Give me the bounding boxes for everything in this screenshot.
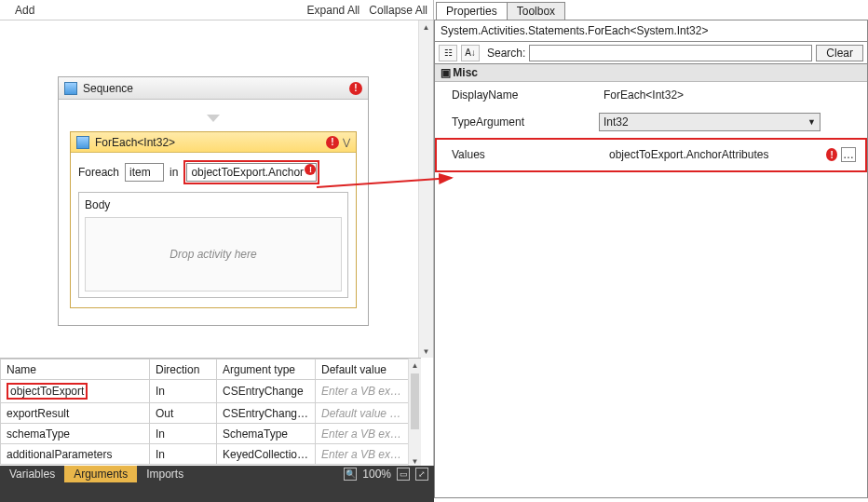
values-highlight: Values ! … [435, 138, 867, 172]
selected-type-label: System.Activities.Statements.ForEach<Sys… [435, 20, 867, 42]
table-row[interactable]: schemaTypeInSchemaTypeEnter a VB express [1, 424, 409, 444]
col-direction[interactable]: Direction [150, 360, 217, 380]
table-row[interactable]: objectToExportInCSEntryChangeEnter a VB … [1, 380, 409, 403]
tab-arguments[interactable]: Arguments [64, 466, 137, 482]
body-dropzone[interactable]: Drop activity here [85, 217, 342, 292]
tab-toolbox[interactable]: Toolbox [507, 2, 565, 20]
arg-direction-cell[interactable]: Out [150, 403, 217, 424]
table-row[interactable]: exportResultOutCSEntryChangeResDefault v… [1, 403, 409, 424]
typeargument-combo[interactable]: Int32 ▼ [599, 113, 821, 131]
clear-button[interactable]: Clear [816, 45, 863, 61]
sequence-activity[interactable]: Sequence ! ForEach<Int32> ! ⋁ Foreach in [58, 76, 369, 326]
property-row-displayname[interactable]: DisplayName [435, 82, 867, 109]
grid-scrollbar[interactable]: ▲ ▼ [408, 359, 421, 468]
foreach-body: Body Drop activity here [78, 192, 348, 298]
bottom-tabbar: Variables Arguments Imports 🔍 100% ▭ ⤢ [0, 466, 434, 482]
arg-direction-cell[interactable]: In [150, 424, 217, 444]
scrollbar-thumb[interactable] [411, 373, 419, 429]
sequence-title: Sequence [83, 82, 133, 95]
arg-name-highlight: objectToExport [7, 383, 88, 400]
foreach-activity[interactable]: ForEach<Int32> ! ⋁ Foreach in ! [70, 131, 357, 308]
prop-name: DisplayName [435, 85, 593, 106]
ellipsis-button[interactable]: … [841, 147, 856, 162]
sort-az-icon[interactable]: A↓ [461, 45, 480, 61]
properties-toolbar: ☷ A↓ Search: Clear [435, 42, 867, 64]
arg-type-cell[interactable]: CSEntryChange [217, 380, 316, 403]
arg-direction-cell[interactable]: In [150, 444, 217, 465]
error-icon[interactable]: ! [826, 148, 837, 161]
add-link[interactable]: Add [15, 4, 34, 17]
zoom-label: 100% [362, 468, 391, 481]
grid-header-row: Name Direction Argument type Default val… [1, 360, 409, 380]
col-argtype[interactable]: Argument type [217, 360, 316, 380]
col-default[interactable]: Default value [316, 360, 409, 380]
arg-type-cell[interactable]: SchemaType [217, 424, 316, 444]
scroll-down-icon[interactable]: ▼ [419, 345, 433, 358]
arg-default-cell[interactable]: Enter a VB express [316, 444, 409, 465]
arg-name-cell[interactable]: objectToExport [1, 380, 150, 403]
designer-pane: Add Expand All Collapse All Sequence ! F… [0, 0, 434, 502]
scroll-up-icon[interactable]: ▲ [419, 20, 433, 34]
tab-variables[interactable]: Variables [0, 466, 64, 482]
body-label: Body [85, 198, 342, 211]
combo-value: Int32 [604, 115, 629, 129]
prop-name: TypeArgument [435, 112, 593, 133]
foreach-icon [76, 136, 89, 149]
properties-tabstrip: Properties Toolbox [434, 0, 868, 20]
overview-icon[interactable]: ▭ [397, 468, 410, 481]
sequence-header[interactable]: Sequence ! [59, 77, 368, 100]
designer-surface[interactable]: Sequence ! ForEach<Int32> ! ⋁ Foreach in [0, 20, 433, 358]
collapse-all-link[interactable]: Collapse All [369, 4, 427, 17]
designer-toolbar: Add Expand All Collapse All [0, 0, 433, 20]
error-icon[interactable]: ! [326, 136, 339, 149]
item-input[interactable] [125, 163, 164, 182]
arg-default-cell[interactable]: Default value not su [316, 403, 409, 424]
properties-search-input[interactable] [529, 45, 812, 61]
arg-type-cell[interactable]: KeyedCollection<S [217, 444, 316, 465]
tab-imports[interactable]: Imports [137, 466, 193, 482]
arg-default-cell[interactable]: Enter a VB express [316, 424, 409, 444]
arg-name-cell[interactable]: additionalParameters [1, 444, 150, 465]
displayname-input[interactable] [599, 86, 821, 104]
search-icon[interactable]: 🔍 [344, 468, 357, 481]
category-misc[interactable]: ▣ Misc [435, 64, 867, 82]
properties-pane: Properties Toolbox System.Activities.Sta… [434, 0, 868, 502]
prop-name: Values [441, 144, 599, 166]
arg-default-cell[interactable]: Enter a VB express [316, 380, 409, 403]
foreach-label: Foreach [78, 166, 119, 179]
expand-all-link[interactable]: Expand All [307, 4, 360, 17]
arg-direction-cell[interactable]: In [150, 380, 217, 403]
in-label: in [170, 166, 178, 179]
chevron-down-icon: ▼ [807, 117, 816, 127]
foreach-title: ForEach<Int32> [95, 136, 175, 149]
chevron-down-icon[interactable]: ⋁ [343, 137, 350, 147]
fit-icon[interactable]: ⤢ [415, 468, 428, 481]
arguments-grid[interactable]: Name Direction Argument type Default val… [0, 358, 421, 468]
arg-type-cell[interactable]: CSEntryChangeRes [217, 403, 316, 424]
designer-scrollbar[interactable]: ▲ ▼ [418, 20, 433, 358]
col-name[interactable]: Name [1, 360, 150, 380]
values-input[interactable] [604, 145, 815, 164]
table-row[interactable]: additionalParametersInKeyedCollection<SE… [1, 444, 409, 465]
error-icon[interactable]: ! [349, 82, 362, 95]
search-label: Search: [487, 47, 525, 60]
drop-indicator [70, 115, 357, 122]
arg-name-cell[interactable]: schemaType [1, 424, 150, 444]
tab-properties[interactable]: Properties [436, 2, 508, 20]
categorize-icon[interactable]: ☷ [439, 45, 457, 61]
status-strip [0, 482, 434, 502]
property-row-values[interactable]: Values ! … [435, 138, 867, 172]
foreach-header[interactable]: ForEach<Int32> ! ⋁ [71, 132, 356, 153]
scroll-up-icon[interactable]: ▲ [409, 359, 421, 372]
foreach-values-expression-input[interactable] [186, 163, 317, 182]
arg-name-cell[interactable]: exportResult [1, 403, 150, 424]
foreach-values-expression-highlight: ! [183, 160, 319, 184]
sequence-icon [64, 82, 77, 95]
property-row-typeargument[interactable]: TypeArgument Int32 ▼ [435, 109, 867, 136]
